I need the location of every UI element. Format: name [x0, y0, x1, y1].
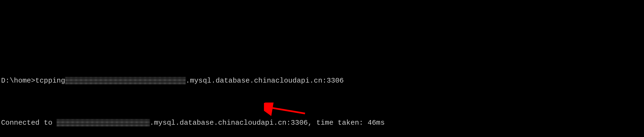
command-target: .mysql.database.chinacloudapi.cn:3306 [186, 75, 344, 86]
command-line: D:\home>tcpping .mysql.database.chinaclo… [1, 75, 643, 86]
prompt: D:\home> [1, 75, 35, 86]
svg-line-1 [269, 107, 305, 113]
output-line: Connected to .mysql.database.chinaclouda… [1, 118, 643, 128]
connected-prefix: Connected to [1, 118, 57, 128]
terminal-output[interactable]: D:\home>tcpping .mysql.database.chinaclo… [1, 44, 643, 137]
censored-hostname-icon [57, 119, 150, 126]
connected-suffix: .mysql.database.chinacloudapi.cn:3306, t… [150, 118, 385, 128]
command: tcpping [35, 75, 65, 86]
censored-hostname-icon [65, 77, 186, 84]
annotation-arrow-icon [264, 103, 308, 119]
